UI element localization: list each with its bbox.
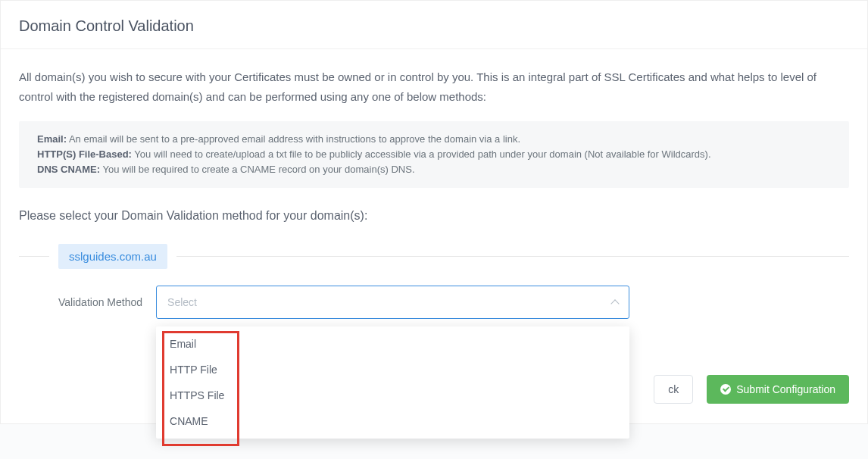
content-area: All domain(s) you wish to secure with yo…: [1, 49, 867, 337]
method-http-row: HTTP(S) File-Based: You will need to cre…: [37, 147, 831, 162]
check-circle-icon: [720, 384, 731, 395]
option-https-file[interactable]: HTTPS File: [156, 382, 629, 408]
domain-chip: sslguides.com.au: [58, 244, 167, 269]
option-http-file[interactable]: HTTP File: [156, 357, 629, 382]
method-email-text: An email will be sent to a pre-approved …: [67, 133, 520, 145]
chevron-up-icon: [610, 300, 619, 308]
submit-button-label: Submit Configuration: [736, 383, 835, 395]
option-cname[interactable]: CNAME: [156, 408, 629, 434]
methods-info-box: Email: An email will be sent to a pre-ap…: [19, 121, 849, 188]
validation-method-select-wrap: Select Email HTTP File HTTPS File CNAME: [156, 286, 629, 319]
domain-section: sslguides.com.au Validation Method Selec…: [19, 244, 849, 319]
divider-left: [19, 256, 49, 257]
page-container: Domain Control Validation All domain(s) …: [0, 0, 868, 424]
validation-method-label: Validation Method: [58, 296, 142, 308]
validation-method-row: Validation Method Select Email HTTP File…: [19, 286, 849, 319]
option-email[interactable]: Email: [156, 331, 629, 357]
validation-method-dropdown: Email HTTP File HTTPS File CNAME: [156, 326, 629, 439]
method-email-row: Email: An email will be sent to a pre-ap…: [37, 132, 831, 147]
select-placeholder: Select: [167, 296, 197, 308]
page-title: Domain Control Validation: [1, 1, 867, 49]
method-dns-text: You will be required to create a CNAME r…: [100, 164, 414, 175]
method-http-label: HTTP(S) File-Based:: [37, 148, 132, 160]
domain-header: sslguides.com.au: [19, 244, 849, 269]
submit-configuration-button[interactable]: Submit Configuration: [707, 375, 849, 404]
intro-text: All domain(s) you wish to secure with yo…: [19, 67, 849, 106]
select-prompt: Please select your Domain Validation met…: [19, 209, 849, 223]
footer-actions: ck Submit Configuration: [654, 375, 849, 404]
validation-method-select[interactable]: Select: [156, 286, 629, 319]
method-dns-row: DNS CNAME: You will be required to creat…: [37, 162, 831, 177]
method-dns-label: DNS CNAME:: [37, 164, 100, 175]
method-email-label: Email:: [37, 133, 67, 145]
back-button[interactable]: ck: [654, 375, 693, 404]
divider-right: [176, 256, 849, 257]
method-http-text: You will need to create/upload a txt fil…: [132, 148, 711, 160]
back-button-label: ck: [668, 383, 679, 395]
